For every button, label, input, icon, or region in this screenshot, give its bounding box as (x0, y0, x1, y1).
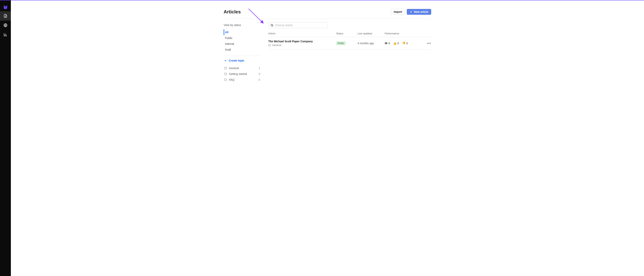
page-header: Articles Import New article (224, 9, 431, 19)
topic-item-general[interactable]: General 1 (224, 65, 260, 71)
nav-articles[interactable] (0, 11, 11, 21)
topic-name: Getting started (229, 72, 257, 76)
import-button[interactable]: Import (391, 9, 405, 15)
folder-icon (268, 44, 271, 47)
status-filter-draft[interactable]: Draft (224, 47, 260, 53)
table-header: Article Status Last updated Performance (268, 32, 431, 37)
topic-name: FAQ (229, 78, 257, 81)
article-title: The Michael Scott Paper Company (268, 40, 336, 43)
topic-count: 0 (258, 78, 260, 81)
create-topic-button[interactable]: Create topic (224, 58, 260, 63)
more-horizontal-icon (427, 43, 431, 44)
new-article-button[interactable]: New article (407, 9, 431, 15)
topic-item-getting-started[interactable]: Getting started 0 (224, 71, 260, 77)
status-filter-public[interactable]: Public (224, 35, 260, 41)
search-input[interactable] (276, 24, 325, 27)
status-cell: Public (336, 41, 358, 45)
articles-table: Article Status Last updated Performance … (268, 32, 431, 50)
metric-downvotes: 👎 0 (402, 42, 408, 45)
plus-icon (410, 11, 412, 13)
eye-icon (385, 42, 388, 45)
thumbs-down-icon: 👎 (402, 42, 406, 45)
topic-item-faq[interactable]: FAQ 0 (224, 77, 260, 83)
views-count: 6 (388, 42, 390, 45)
status-filter-list: All Public Internal Draft (224, 29, 260, 53)
topic-list: General 1 Getting started 0 FAQ 0 (224, 65, 260, 83)
status-badge: Public (336, 41, 346, 45)
search-input-wrap[interactable] (268, 22, 328, 28)
article-cell: The Michael Scott Paper Company General (268, 40, 336, 47)
nav-analytics[interactable] (0, 30, 11, 39)
view-by-status-heading: View by status (224, 24, 260, 27)
svg-point-17 (386, 43, 386, 44)
sidebar-nav (0, 1, 11, 276)
new-article-button-label: New article (414, 10, 428, 14)
topic-name: General (229, 67, 257, 70)
col-performance: Performance (385, 32, 424, 35)
row-actions (424, 41, 431, 46)
logo-icon[interactable] (0, 3, 11, 11)
folder-icon (224, 67, 227, 70)
svg-line-16 (272, 26, 273, 26)
article-topic-name: General (272, 44, 281, 47)
col-status: Status (336, 32, 358, 35)
topic-count: 0 (258, 72, 260, 76)
metric-views: 6 (385, 42, 390, 45)
folder-icon (224, 78, 227, 81)
sidebar-divider (224, 55, 260, 56)
header-actions: Import New article (391, 9, 432, 15)
last-updated-cell: 4 months ago (358, 42, 385, 45)
search-icon (270, 24, 274, 27)
more-actions-button[interactable] (426, 41, 431, 46)
status-filter-all[interactable]: All (224, 29, 260, 35)
svg-point-19 (428, 43, 429, 44)
metric-upvotes: 👍 0 (393, 42, 399, 45)
performance-cell: 6 👍 0 👎 0 (385, 42, 424, 45)
article-topic: General (268, 44, 336, 47)
page-title: Articles (224, 9, 241, 15)
folder-icon (224, 72, 227, 76)
nav-website[interactable] (0, 21, 11, 30)
table-row[interactable]: The Michael Scott Paper Company General … (268, 37, 431, 50)
col-last-updated: Last updated (358, 32, 385, 35)
svg-point-18 (427, 43, 428, 44)
topic-count: 1 (258, 67, 260, 70)
downvotes-count: 0 (406, 42, 408, 45)
import-button-label: Import (394, 10, 402, 14)
svg-point-20 (430, 43, 431, 44)
status-filter-internal[interactable]: Internal (224, 41, 260, 47)
plus-icon (224, 59, 227, 62)
upvotes-count: 0 (398, 42, 399, 45)
filter-sidebar: View by status All Public Internal Draft… (224, 22, 260, 83)
thumbs-up-icon: 👍 (393, 42, 396, 45)
svg-point-15 (271, 24, 273, 26)
create-topic-label: Create topic (229, 59, 244, 62)
content-area: Article Status Last updated Performance … (268, 22, 431, 50)
col-article: Article (268, 32, 336, 35)
main-content: Articles Import New article View by stat… (11, 1, 644, 276)
